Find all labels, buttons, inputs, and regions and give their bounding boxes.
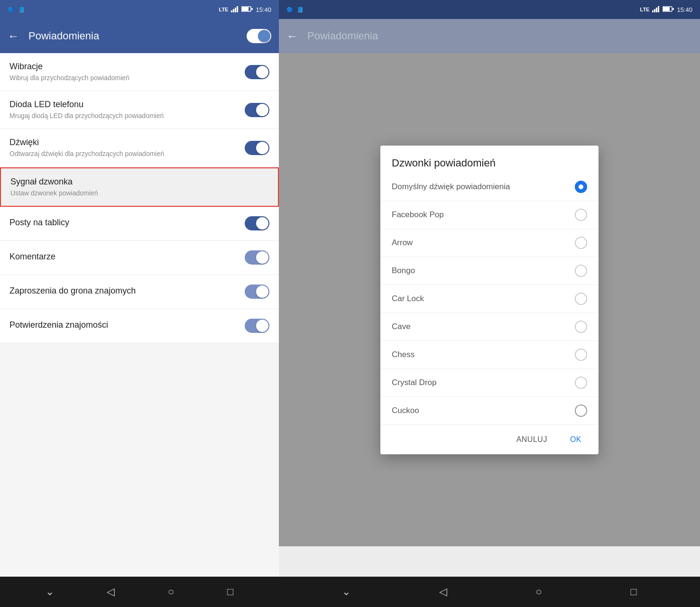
dialog-item-crystal-drop[interactable]: Crystal Drop: [380, 369, 599, 397]
dialog-item-default[interactable]: Domyślny dźwięk powiadomienia: [380, 173, 599, 201]
right-status-lte: LTE: [640, 7, 649, 12]
radio-facebook-pop[interactable]: [575, 209, 587, 221]
right-nav-recent[interactable]: □: [630, 586, 636, 598]
settings-item-dzwieki[interactable]: Dźwięki Odtwarzaj dźwięki dla przychodzą…: [0, 129, 279, 167]
right-panel: 🔵 📘 LTE 15:40: [279, 0, 700, 607]
right-content-area: Dzwonki powiadomień Domyślny dźwięk powi…: [279, 53, 700, 577]
right-nav-home[interactable]: ○: [535, 586, 542, 598]
right-header-title-bg: Powiadomienia: [307, 30, 378, 42]
dialog-item-cuckoo-label: Cuckoo: [392, 406, 419, 415]
right-status-app-icon: 🔵: [286, 7, 293, 13]
left-panel: 🔵 📘 LTE 15:40: [0, 0, 279, 607]
radio-cave[interactable]: [575, 321, 587, 333]
settings-item-wibracje[interactable]: Wibracje Wibruj dla przychodzących powia…: [0, 53, 279, 91]
dialog-item-car-lock-label: Car Lock: [392, 294, 424, 304]
svg-rect-13: [672, 8, 674, 10]
left-header-title: Powiadomienia: [28, 30, 237, 42]
right-header: ← Powiadomienia: [279, 19, 700, 53]
settings-item-zaproszenia[interactable]: Zaproszenia do grona znajomych: [0, 275, 279, 309]
svg-rect-8: [654, 9, 655, 12]
svg-rect-0: [231, 10, 232, 12]
left-signal-bars: [231, 6, 239, 14]
wibracje-subtitle: Wibruj dla przychodzących powiadomień: [9, 74, 245, 82]
left-nav-back[interactable]: ◁: [107, 586, 115, 598]
dialog-item-cuckoo[interactable]: Cuckoo: [380, 397, 599, 424]
sygnal-title: Sygnał dzwonka: [10, 177, 268, 187]
dialog-item-chess[interactable]: Chess: [380, 341, 599, 369]
left-header: ← Powiadomienia: [0, 19, 279, 53]
dialog-item-cave-label: Cave: [392, 322, 411, 331]
wibracje-title: Wibracje: [9, 62, 245, 72]
potwierdzenia-toggle[interactable]: [245, 319, 269, 333]
dialog-item-arrow[interactable]: Arrow: [380, 229, 599, 257]
dialog-item-facebook-pop[interactable]: Facebook Pop: [380, 201, 599, 229]
dialog-item-crystal-drop-label: Crystal Drop: [392, 378, 436, 387]
svg-rect-3: [237, 6, 238, 12]
posty-title: Posty na tablicy: [9, 218, 245, 228]
radio-cuckoo[interactable]: [575, 405, 587, 417]
left-status-app-icon: 🔵: [8, 7, 14, 13]
right-battery-icon: [663, 6, 674, 14]
settings-item-dioda[interactable]: Dioda LED telefonu Mrugaj diodą LED dla …: [0, 91, 279, 129]
right-status-fb-icon: 📘: [297, 7, 304, 13]
dialog-list: Domyślny dźwięk powiadomienia Facebook P…: [380, 173, 599, 424]
dialog-item-arrow-label: Arrow: [392, 238, 413, 248]
left-nav-bar: ⌄ ◁ ○ □: [0, 577, 279, 607]
svg-rect-1: [233, 9, 234, 12]
dialog-item-default-label: Domyślny dźwięk powiadomienia: [392, 182, 510, 192]
left-settings-list: Wibracje Wibruj dla przychodzących powia…: [0, 53, 279, 577]
svg-rect-5: [242, 7, 249, 11]
komentarze-toggle[interactable]: [245, 250, 269, 265]
settings-item-komentarze[interactable]: Komentarze: [0, 241, 279, 275]
zaproszenia-title: Zaproszenia do grona znajomych: [9, 286, 245, 296]
zaproszenia-toggle[interactable]: [245, 285, 269, 299]
dzwieki-toggle[interactable]: [245, 141, 269, 155]
left-nav-menu[interactable]: ⌄: [46, 586, 54, 598]
dioda-subtitle: Mrugaj diodą LED dla przychodzących powi…: [9, 111, 245, 120]
sygnal-subtitle: Ustaw dzwonek powiadomień: [10, 189, 268, 197]
dialog-item-facebook-pop-label: Facebook Pop: [392, 210, 444, 220]
cancel-button[interactable]: Anuluj: [507, 431, 557, 449]
svg-rect-2: [235, 8, 236, 12]
ok-button[interactable]: OK: [561, 431, 591, 449]
settings-item-sygnal[interactable]: Sygnał dzwonka Ustaw dzwonek powiadomień: [0, 167, 279, 207]
radio-bongo[interactable]: [575, 265, 587, 277]
radio-crystal-drop[interactable]: [575, 377, 587, 389]
radio-chess[interactable]: [575, 349, 587, 361]
potwierdzenia-title: Potwierdzenia znajomości: [9, 320, 245, 330]
komentarze-title: Komentarze: [9, 252, 245, 262]
left-status-bar: 🔵 📘 LTE 15:40: [0, 0, 279, 19]
svg-rect-7: [652, 10, 654, 12]
right-nav-menu[interactable]: ⌄: [342, 586, 350, 598]
svg-rect-10: [658, 6, 659, 12]
wibracje-toggle[interactable]: [245, 65, 269, 79]
dialog-item-chess-label: Chess: [392, 350, 414, 359]
ringtone-dialog: Dzwonki powiadomień Domyślny dźwięk powi…: [380, 146, 599, 454]
left-battery-icon: [241, 6, 253, 14]
radio-default[interactable]: [575, 181, 587, 193]
left-header-toggle[interactable]: [247, 29, 271, 43]
dialog-overlay: Dzwonki powiadomień Domyślny dźwięk powi…: [279, 53, 700, 546]
right-status-bar: 🔵 📘 LTE 15:40: [279, 0, 700, 19]
left-back-button[interactable]: ←: [8, 29, 19, 43]
right-signal-bars: [652, 6, 660, 14]
settings-item-potwierdzenia[interactable]: Potwierdzenia znajomości: [0, 309, 279, 343]
radio-car-lock[interactable]: [575, 293, 587, 305]
svg-rect-12: [663, 7, 670, 11]
posty-toggle[interactable]: [245, 216, 269, 230]
dialog-item-bongo[interactable]: Bongo: [380, 257, 599, 285]
dialog-title: Dzwonki powiadomień: [380, 146, 599, 173]
dialog-item-cave[interactable]: Cave: [380, 313, 599, 341]
dialog-actions: Anuluj OK: [380, 424, 599, 454]
dialog-item-car-lock[interactable]: Car Lock: [380, 285, 599, 313]
dioda-toggle[interactable]: [245, 103, 269, 117]
left-time: 15:40: [256, 6, 271, 13]
settings-item-posty[interactable]: Posty na tablicy: [0, 207, 279, 241]
svg-rect-6: [251, 8, 253, 10]
left-status-fb-icon: 📘: [18, 7, 25, 13]
left-nav-recent[interactable]: □: [227, 586, 233, 598]
left-nav-home[interactable]: ○: [168, 586, 174, 598]
dioda-title: Dioda LED telefonu: [9, 100, 245, 110]
radio-arrow[interactable]: [575, 237, 587, 249]
right-nav-back[interactable]: ◁: [439, 586, 447, 598]
